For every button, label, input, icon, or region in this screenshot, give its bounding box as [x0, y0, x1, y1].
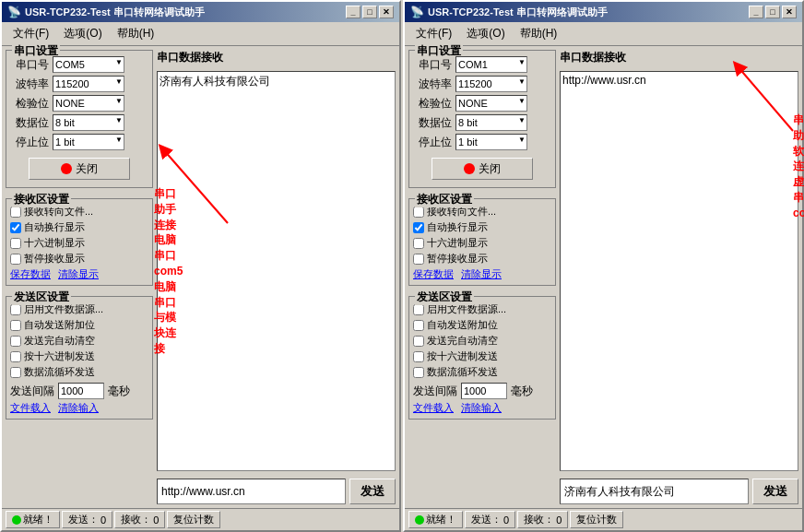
right-data-row: 数据位 8 bit 7 bit	[413, 114, 551, 131]
right-port-close-btn[interactable]: 关闭	[432, 158, 533, 180]
left-stop-label: 停止位	[10, 135, 49, 150]
right-stop-label: 停止位	[413, 135, 452, 150]
right-recv-opt-1: 自动换行显示	[413, 220, 551, 234]
right-port-label: 串口号	[413, 57, 452, 73]
left-baud-select[interactable]: 115200 9600	[53, 76, 124, 92]
left-send-check-4[interactable]	[10, 367, 21, 378]
right-recv-text: http://www.usr.cn	[562, 74, 646, 87]
right-close-btn[interactable]: ✕	[782, 6, 797, 18]
right-load-file-link[interactable]: 文件载入	[413, 401, 454, 415]
right-send-check-1[interactable]	[413, 320, 424, 331]
right-clear-input-link[interactable]: 清除输入	[461, 401, 502, 415]
left-status-send-label: 发送：	[68, 513, 99, 526]
left-clear-input-link[interactable]: 清除输入	[58, 401, 99, 415]
right-menu-options[interactable]: 选项(O)	[459, 24, 512, 43]
left-send-opt-4: 数据流循环发送	[10, 365, 148, 379]
left-status-recv-label: 接收：	[121, 513, 151, 526]
right-recv-display[interactable]: http://www.usr.cn	[560, 71, 798, 471]
left-check-select-wrapper: NONE ODD EVEN	[53, 95, 124, 112]
left-recv-display[interactable]: 济南有人科技有限公司	[157, 71, 396, 471]
left-send-check-2[interactable]	[10, 336, 21, 347]
right-recv-opt-label-3: 暂停接收显示	[427, 252, 488, 266]
left-menu-options[interactable]: 选项(O)	[56, 24, 109, 43]
right-recv-opt-3: 暂停接收显示	[413, 252, 551, 266]
right-recv-check-2[interactable]	[413, 238, 424, 249]
right-recv-check-0[interactable]	[413, 207, 424, 218]
right-recv-check-3[interactable]	[413, 254, 424, 265]
left-clear-display-link[interactable]: 清除显示	[58, 267, 99, 281]
left-save-data-link[interactable]: 保存数据	[10, 267, 51, 281]
left-send-opt-label-4: 数据流循环发送	[24, 365, 95, 379]
left-menu-help[interactable]: 帮助(H)	[110, 24, 162, 43]
left-recv-text: 济南有人科技有限公司	[160, 75, 270, 88]
left-reset-btn[interactable]: 复位计数	[167, 511, 220, 528]
right-send-interval-input[interactable]	[461, 383, 507, 399]
right-send-btn[interactable]: 发送	[752, 479, 798, 504]
left-check-select[interactable]: NONE ODD EVEN	[53, 95, 124, 112]
left-data-select[interactable]: 8 bit 7 bit	[53, 114, 124, 131]
left-main-content: 串口设置 串口号 COM5 COM1 COM2 波特率	[2, 46, 399, 508]
right-save-data-link[interactable]: 保存数据	[413, 267, 454, 281]
right-window: 📡 USR-TCP232-Test 串口转网络调试助手 _ □ ✕ 文件(F) …	[403, 0, 804, 532]
right-right-panel: 串口数据接收 http://www.usr.cn 串口助手软件连接虚拟串口 co…	[560, 50, 798, 504]
right-minimize-btn[interactable]: _	[749, 6, 763, 18]
right-port-select[interactable]: COM1 COM5	[455, 56, 527, 73]
left-recv-check-2[interactable]	[10, 238, 21, 249]
left-data-select-wrapper: 8 bit 7 bit	[53, 114, 124, 131]
left-send-interval-input[interactable]	[58, 383, 104, 399]
right-port-settings: 串口设置 串口号 COM1 COM5 波特率 115200	[408, 50, 556, 188]
left-send-check-0[interactable]	[10, 304, 21, 315]
right-menu-help[interactable]: 帮助(H)	[513, 24, 565, 43]
right-send-check-2[interactable]	[413, 336, 424, 347]
right-send-input[interactable]	[560, 479, 749, 504]
right-green-dot-icon	[415, 515, 424, 525]
left-menu-file[interactable]: 文件(F)	[6, 24, 56, 43]
right-title-bar: 📡 USR-TCP232-Test 串口转网络调试助手 _ □ ✕	[405, 2, 802, 22]
right-send-check-4[interactable]	[413, 367, 424, 378]
right-send-opt-2: 发送完自动清空	[413, 334, 551, 348]
right-stop-select[interactable]: 1 bit 2 bit	[455, 134, 527, 150]
right-recv-check-1[interactable]	[413, 222, 424, 233]
right-stop-select-wrapper: 1 bit 2 bit	[455, 134, 527, 150]
left-port-close-btn[interactable]: 关闭	[29, 158, 130, 180]
right-send-file-links: 文件载入 清除输入	[413, 401, 551, 415]
left-recv-check-1[interactable]	[10, 222, 21, 233]
left-recv-opt-1: 自动换行显示	[10, 220, 148, 234]
left-right-panel: 串口数据接收 济南有人科技有限公司 发送	[157, 50, 396, 504]
right-close-btn-label: 关闭	[479, 161, 501, 177]
left-title-text: USR-TCP232-Test 串口转网络调试助手	[25, 6, 205, 19]
left-port-select[interactable]: COM5 COM1 COM2	[53, 56, 124, 73]
left-green-dot-icon	[12, 515, 21, 525]
right-send-settings: 发送区设置 启用文件数据源... 自动发送附加位 发送完自动清空 按十六进制发送	[408, 296, 556, 420]
right-reset-btn[interactable]: 复位计数	[570, 511, 623, 528]
right-baud-select[interactable]: 115200 9600	[455, 76, 527, 92]
left-minimize-btn[interactable]: _	[346, 6, 361, 18]
right-menu-file[interactable]: 文件(F)	[408, 24, 459, 43]
left-send-interval-unit: 毫秒	[108, 384, 130, 399]
left-send-check-3[interactable]	[10, 351, 21, 362]
left-recv-opt-label-3: 暂停接收显示	[24, 252, 85, 266]
right-data-select[interactable]: 8 bit 7 bit	[455, 114, 527, 131]
left-send-input[interactable]	[157, 479, 346, 504]
left-send-check-1[interactable]	[10, 320, 21, 331]
left-stop-select[interactable]: 1 bit 2 bit	[53, 134, 124, 150]
left-data-label: 数据位	[10, 115, 49, 131]
left-recv-check-3[interactable]	[10, 254, 21, 265]
left-send-area-row: 发送	[157, 479, 396, 504]
right-send-check-3[interactable]	[413, 351, 424, 362]
left-send-opt-label-3: 按十六进制发送	[24, 349, 95, 363]
left-close-btn[interactable]: ✕	[379, 6, 394, 18]
left-recv-check-0[interactable]	[10, 207, 21, 218]
right-send-check-0[interactable]	[413, 304, 424, 315]
right-clear-display-link[interactable]: 清除显示	[461, 267, 502, 281]
left-send-file-links: 文件载入 清除输入	[10, 401, 148, 415]
right-check-select[interactable]: NONE ODD	[455, 95, 527, 112]
right-status-ready: 就绪！	[408, 511, 463, 528]
left-send-btn[interactable]: 发送	[349, 479, 396, 504]
left-maximize-btn[interactable]: □	[362, 6, 377, 18]
right-maximize-btn[interactable]: □	[765, 6, 780, 18]
right-status-send-label: 发送：	[471, 513, 502, 526]
left-recv-settings-label: 接收区设置	[12, 192, 71, 207]
left-load-file-link[interactable]: 文件载入	[10, 401, 51, 415]
left-title-buttons: _ □ ✕	[346, 6, 394, 18]
